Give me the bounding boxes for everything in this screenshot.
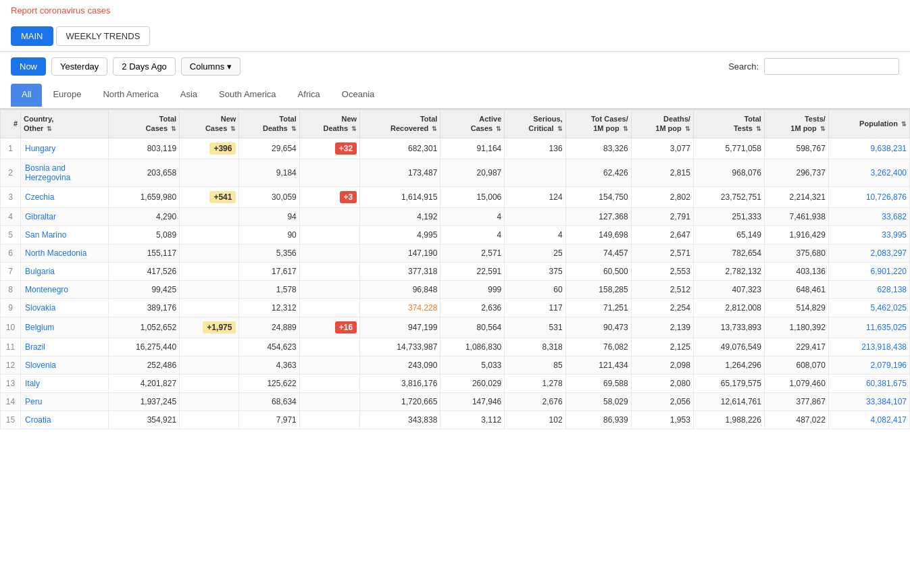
cell-population: 5,462,025 bbox=[828, 298, 909, 317]
region-tab-africa[interactable]: Africa bbox=[287, 84, 331, 107]
cell-tot-cases-pop: 158,285 bbox=[565, 280, 631, 298]
weekly-trends-tab[interactable]: WEEKLY TRENDS bbox=[56, 26, 151, 46]
header-serious[interactable]: Serious,Critical ⇅ bbox=[505, 110, 565, 138]
table-row: 6North Macedonia155,1175,356147,1902,571… bbox=[1, 244, 910, 262]
cell-total-cases: 155,117 bbox=[109, 244, 180, 262]
cell-country[interactable]: Gibraltar bbox=[21, 207, 109, 225]
cell-serious: 102 bbox=[505, 410, 565, 429]
cell-population: 60,381,675 bbox=[828, 374, 909, 392]
cell-new-deaths bbox=[299, 280, 359, 298]
table-row: 1Hungary803,119+39629,654+32682,30191,16… bbox=[1, 138, 910, 159]
header-new-cases[interactable]: NewCases ⇅ bbox=[180, 110, 239, 138]
cell-serious: 117 bbox=[505, 298, 565, 317]
cell-country[interactable]: Italy bbox=[21, 374, 109, 392]
header-active-cases[interactable]: ActiveCases ⇅ bbox=[440, 110, 505, 138]
cell-country[interactable]: Croatia bbox=[21, 410, 109, 429]
cell-country[interactable]: Bulgaria bbox=[21, 262, 109, 280]
cell-rank: 14 bbox=[1, 392, 21, 410]
cell-new-deaths bbox=[299, 207, 359, 225]
region-tab-all[interactable]: All bbox=[11, 84, 42, 107]
header-rank[interactable]: # bbox=[1, 110, 21, 138]
cell-deaths-pop: 2,056 bbox=[631, 392, 693, 410]
cell-rank: 4 bbox=[1, 207, 21, 225]
cell-country[interactable]: Slovenia bbox=[21, 356, 109, 374]
two-days-ago-filter[interactable]: 2 Days Ago bbox=[113, 57, 176, 76]
header-total-deaths[interactable]: TotalDeaths ⇅ bbox=[239, 110, 299, 138]
cell-total-cases: 803,119 bbox=[109, 138, 180, 159]
cell-total-recovered: 374,228 bbox=[360, 298, 440, 317]
cell-tests-pop: 229,417 bbox=[764, 338, 828, 356]
cell-total-recovered: 1,720,665 bbox=[360, 392, 440, 410]
cell-population: 628,138 bbox=[828, 280, 909, 298]
header-tot-cases-pop[interactable]: Tot Cases/1M pop ⇅ bbox=[565, 110, 631, 138]
cell-serious: 375 bbox=[505, 262, 565, 280]
cell-country[interactable]: Bosnia and Herzegovina bbox=[21, 159, 109, 186]
table-row: 15Croatia354,9217,971343,8383,11210286,9… bbox=[1, 410, 910, 429]
cell-new-deaths: +3 bbox=[299, 186, 359, 207]
header-tests-pop[interactable]: Tests/1M pop ⇅ bbox=[764, 110, 828, 138]
header-deaths-pop[interactable]: Deaths/1M pop ⇅ bbox=[631, 110, 693, 138]
header-population[interactable]: Population ⇅ bbox=[828, 110, 909, 138]
header-total-cases[interactable]: TotalCases ⇅ bbox=[109, 110, 180, 138]
cell-population: 33,384,107 bbox=[828, 392, 909, 410]
table-row: 9Slovakia389,17612,312374,2282,63611771,… bbox=[1, 298, 910, 317]
cell-total-cases: 252,486 bbox=[109, 356, 180, 374]
region-tab-europe[interactable]: Europe bbox=[42, 84, 92, 107]
cell-population: 2,083,297 bbox=[828, 244, 909, 262]
cell-total-tests: 251,333 bbox=[693, 207, 764, 225]
cell-country[interactable]: Hungary bbox=[21, 138, 109, 159]
columns-button[interactable]: Columns ▾ bbox=[181, 57, 241, 76]
cell-country[interactable]: Montenegro bbox=[21, 280, 109, 298]
cell-population: 4,082,417 bbox=[828, 410, 909, 429]
cell-country[interactable]: Slovakia bbox=[21, 298, 109, 317]
cell-rank: 6 bbox=[1, 244, 21, 262]
cell-population: 213,918,438 bbox=[828, 338, 909, 356]
cell-total-recovered: 947,199 bbox=[360, 317, 440, 338]
cell-total-cases: 5,089 bbox=[109, 225, 180, 244]
cell-new-cases: +1,975 bbox=[180, 317, 239, 338]
cell-total-recovered: 343,838 bbox=[360, 410, 440, 429]
cell-tests-pop: 598,767 bbox=[764, 138, 828, 159]
header-country[interactable]: Country,Other ⇅ bbox=[21, 110, 109, 138]
cell-rank: 11 bbox=[1, 338, 21, 356]
cell-population: 6,901,220 bbox=[828, 262, 909, 280]
cell-new-cases: +396 bbox=[180, 138, 239, 159]
cell-country[interactable]: San Marino bbox=[21, 225, 109, 244]
cell-serious: 1,278 bbox=[505, 374, 565, 392]
cell-tot-cases-pop: 86,939 bbox=[565, 410, 631, 429]
cell-active-cases: 4 bbox=[440, 207, 505, 225]
yesterday-filter[interactable]: Yesterday bbox=[51, 57, 107, 76]
cell-country[interactable]: North Macedonia bbox=[21, 244, 109, 262]
report-link[interactable]: Report coronavirus cases bbox=[11, 5, 110, 16]
region-tab-north-america[interactable]: North America bbox=[92, 84, 169, 107]
cell-country[interactable]: Peru bbox=[21, 392, 109, 410]
search-input[interactable] bbox=[764, 58, 899, 75]
cell-rank: 2 bbox=[1, 159, 21, 186]
cell-deaths-pop: 2,512 bbox=[631, 280, 693, 298]
region-tab-oceania[interactable]: Oceania bbox=[331, 84, 385, 107]
header-total-recovered[interactable]: TotalRecovered ⇅ bbox=[360, 110, 440, 138]
header-new-deaths[interactable]: NewDeaths ⇅ bbox=[299, 110, 359, 138]
now-filter[interactable]: Now bbox=[11, 57, 46, 76]
cell-total-recovered: 14,733,987 bbox=[360, 338, 440, 356]
cell-total-cases: 354,921 bbox=[109, 410, 180, 429]
header-total-tests[interactable]: TotalTests ⇅ bbox=[693, 110, 764, 138]
region-tab-south-america[interactable]: South America bbox=[208, 84, 287, 107]
cell-population: 2,079,196 bbox=[828, 356, 909, 374]
cell-deaths-pop: 2,125 bbox=[631, 338, 693, 356]
cell-total-tests: 407,323 bbox=[693, 280, 764, 298]
cell-active-cases: 999 bbox=[440, 280, 505, 298]
cell-deaths-pop: 2,139 bbox=[631, 317, 693, 338]
cell-country[interactable]: Czechia bbox=[21, 186, 109, 207]
cell-country[interactable]: Belgium bbox=[21, 317, 109, 338]
region-tab-asia[interactable]: Asia bbox=[170, 84, 208, 107]
cell-deaths-pop: 2,080 bbox=[631, 374, 693, 392]
cell-total-cases: 4,201,827 bbox=[109, 374, 180, 392]
cell-country[interactable]: Brazil bbox=[21, 338, 109, 356]
cell-total-recovered: 3,816,176 bbox=[360, 374, 440, 392]
cell-deaths-pop: 2,553 bbox=[631, 262, 693, 280]
cell-tests-pop: 1,079,460 bbox=[764, 374, 828, 392]
main-tab[interactable]: MAIN bbox=[11, 26, 53, 46]
cell-active-cases: 2,571 bbox=[440, 244, 505, 262]
table-row: 11Brazil16,275,440454,62314,733,9871,086… bbox=[1, 338, 910, 356]
